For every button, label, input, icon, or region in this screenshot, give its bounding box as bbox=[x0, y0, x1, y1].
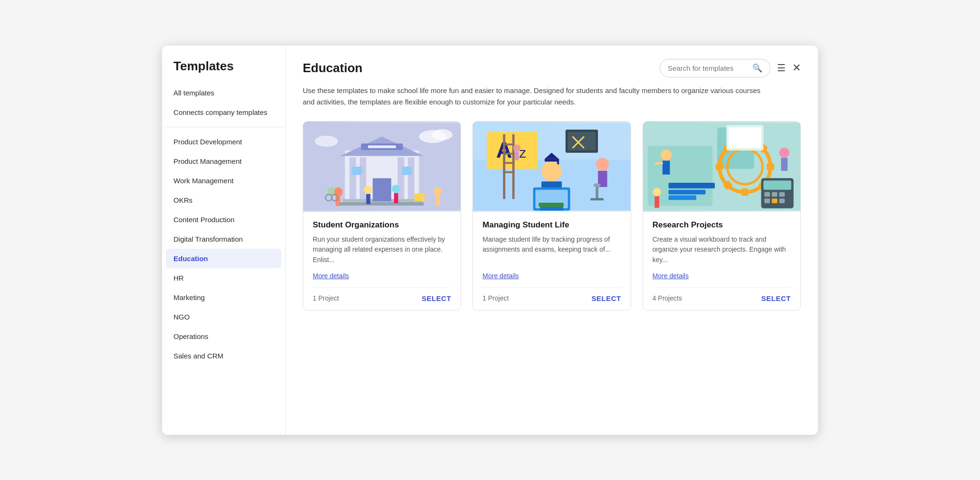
svg-point-3 bbox=[315, 135, 338, 146]
svg-rect-77 bbox=[779, 192, 785, 197]
card-desc-student-organizations: Run your student organizations effective… bbox=[313, 235, 451, 265]
svg-rect-8 bbox=[408, 157, 414, 201]
card-image-student-organizations bbox=[303, 122, 461, 212]
sidebar-item-marketing[interactable]: Marketing bbox=[162, 288, 285, 307]
select-button-research-projects[interactable]: SELECT bbox=[761, 294, 791, 302]
svg-rect-91 bbox=[668, 189, 705, 194]
svg-rect-74 bbox=[763, 180, 791, 189]
search-icon: 🔍 bbox=[752, 63, 762, 73]
card-footer-student-organizations: 1 Project SELECT bbox=[313, 287, 451, 302]
svg-point-21 bbox=[364, 185, 373, 194]
sidebar-item-hr[interactable]: HR bbox=[162, 268, 285, 288]
main-header: Education 🔍 ☰ ✕ bbox=[303, 59, 801, 77]
card-projects-research-projects: 4 Projects bbox=[653, 294, 682, 302]
svg-point-86 bbox=[779, 148, 789, 158]
svg-rect-84 bbox=[663, 160, 670, 174]
svg-rect-75 bbox=[764, 192, 770, 197]
svg-rect-22 bbox=[366, 194, 371, 204]
modal-container: Templates All templates Connects company… bbox=[162, 46, 818, 435]
sidebar: Templates All templates Connects company… bbox=[162, 46, 286, 435]
svg-point-58 bbox=[513, 144, 521, 152]
svg-rect-20 bbox=[436, 195, 440, 205]
card-body-student-organizations: Student Organizations Run your student o… bbox=[303, 212, 461, 310]
svg-point-23 bbox=[392, 185, 400, 193]
select-button-student-organizations[interactable]: SELECT bbox=[422, 294, 451, 302]
svg-rect-59 bbox=[515, 151, 519, 160]
main-content: Education 🔍 ☰ ✕ Use these templates to m… bbox=[286, 46, 818, 435]
svg-rect-12 bbox=[373, 178, 391, 201]
card-research-projects: Research Projects Create a visual workbo… bbox=[643, 121, 801, 311]
more-details-managing-student-life[interactable]: More details bbox=[482, 272, 621, 280]
svg-rect-82 bbox=[729, 127, 761, 148]
svg-rect-57 bbox=[503, 171, 515, 173]
svg-point-2 bbox=[432, 129, 452, 140]
svg-point-17 bbox=[333, 187, 342, 196]
sidebar-item-product-development[interactable]: Product Development bbox=[162, 132, 285, 151]
card-desc-managing-student-life: Manage student life by tracking progress… bbox=[482, 235, 621, 265]
card-body-research-projects: Research Projects Create a visual workbo… bbox=[643, 212, 800, 310]
sidebar-item-ngo[interactable]: NGO bbox=[162, 307, 285, 327]
select-button-managing-student-life[interactable]: SELECT bbox=[591, 294, 621, 302]
sidebar-title: Templates bbox=[162, 59, 285, 83]
svg-rect-24 bbox=[394, 193, 398, 203]
svg-rect-7 bbox=[398, 157, 404, 201]
svg-rect-85 bbox=[654, 162, 663, 164]
main-description: Use these templates to make school life … bbox=[303, 85, 769, 108]
sidebar-item-product-management[interactable]: Product Management bbox=[162, 151, 285, 171]
svg-rect-13 bbox=[352, 167, 362, 175]
svg-rect-68 bbox=[767, 163, 774, 170]
sidebar-item-content-production[interactable]: Content Production bbox=[162, 210, 285, 229]
header-actions: 🔍 ☰ ✕ bbox=[660, 59, 801, 77]
card-student-organizations: Student Organizations Run your student o… bbox=[303, 121, 461, 311]
card-projects-student-organizations: 1 Project bbox=[313, 294, 339, 302]
card-title-managing-student-life: Managing Student Life bbox=[482, 220, 621, 230]
sidebar-item-connects-company[interactable]: Connects company templates bbox=[162, 103, 285, 122]
cards-grid: Student Organizations Run your student o… bbox=[303, 121, 801, 311]
sidebar-item-work-management[interactable]: Work Management bbox=[162, 171, 285, 190]
sidebar-item-okrs[interactable]: OKRs bbox=[162, 190, 285, 210]
more-details-student-organizations[interactable]: More details bbox=[313, 272, 451, 280]
card-footer-research-projects: 4 Projects SELECT bbox=[653, 287, 791, 302]
svg-rect-55 bbox=[503, 152, 515, 154]
close-icon[interactable]: ✕ bbox=[792, 62, 801, 74]
sidebar-item-operations[interactable]: Operations bbox=[162, 327, 285, 346]
card-managing-student-life: A z bbox=[472, 121, 631, 311]
search-bar[interactable]: 🔍 bbox=[660, 59, 770, 77]
sidebar-item-sales-crm[interactable]: Sales and CRM bbox=[162, 346, 285, 366]
svg-point-88 bbox=[653, 188, 661, 196]
svg-rect-66 bbox=[741, 188, 748, 196]
svg-rect-49 bbox=[568, 132, 596, 150]
page-title: Education bbox=[303, 61, 363, 75]
svg-point-26 bbox=[327, 187, 335, 195]
card-title-student-organizations: Student Organizations bbox=[313, 220, 451, 230]
sidebar-item-digital-transformation[interactable]: Digital Transformation bbox=[162, 229, 285, 249]
svg-point-43 bbox=[596, 158, 609, 170]
svg-rect-78 bbox=[764, 198, 770, 203]
svg-rect-42 bbox=[557, 159, 559, 164]
svg-rect-80 bbox=[779, 198, 785, 203]
svg-rect-89 bbox=[654, 196, 659, 207]
svg-rect-79 bbox=[772, 198, 778, 203]
svg-rect-87 bbox=[781, 158, 788, 170]
svg-rect-56 bbox=[503, 162, 515, 164]
svg-rect-54 bbox=[503, 143, 515, 145]
sidebar-item-all-templates[interactable]: All templates bbox=[162, 83, 285, 103]
svg-rect-25 bbox=[414, 193, 424, 201]
list-view-icon[interactable]: ☰ bbox=[777, 62, 786, 74]
card-image-managing-student-life: A z bbox=[473, 122, 630, 212]
sidebar-divider bbox=[162, 127, 285, 127]
card-image-research-projects bbox=[643, 122, 800, 212]
svg-point-83 bbox=[661, 149, 672, 160]
svg-rect-40 bbox=[545, 159, 558, 161]
card-projects-managing-student-life: 1 Project bbox=[482, 294, 509, 302]
search-input[interactable] bbox=[668, 64, 749, 72]
more-details-research-projects[interactable]: More details bbox=[653, 272, 791, 280]
svg-rect-45 bbox=[596, 185, 599, 198]
svg-rect-5 bbox=[349, 157, 356, 201]
svg-rect-67 bbox=[716, 163, 723, 170]
card-body-managing-student-life: Managing Student Life Manage student lif… bbox=[473, 212, 630, 310]
svg-rect-11 bbox=[340, 202, 423, 206]
svg-rect-90 bbox=[668, 183, 714, 188]
sidebar-item-education[interactable]: Education bbox=[166, 249, 281, 268]
svg-rect-14 bbox=[402, 167, 412, 175]
